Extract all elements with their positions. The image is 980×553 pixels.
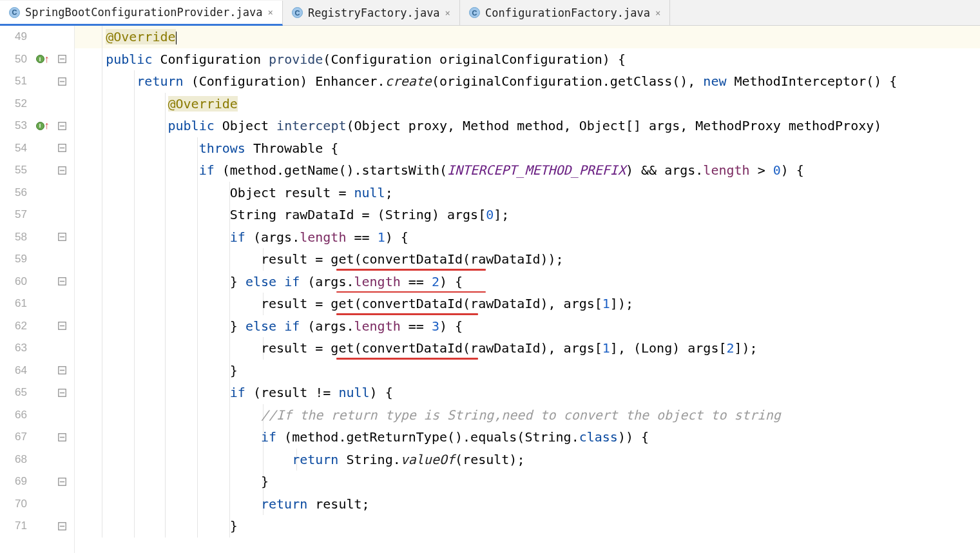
gutter-row[interactable]: 71 xyxy=(0,515,74,538)
token-kw: throws xyxy=(199,141,253,156)
gutter-row[interactable]: 70 xyxy=(0,493,74,516)
implement-icon[interactable]: I xyxy=(36,122,44,130)
editor-tab[interactable]: CConfigurationFactory.java× xyxy=(460,0,670,25)
code-line[interactable]: } else if (args.length == 3) { xyxy=(75,315,980,338)
override-up-icon[interactable]: ↑ xyxy=(44,120,50,131)
gutter-row[interactable]: 56 xyxy=(0,182,74,204)
gutter-row[interactable]: 64 xyxy=(0,360,74,382)
code-line[interactable]: return result; xyxy=(75,493,980,516)
fold-toggle[interactable] xyxy=(54,478,70,486)
fold-toggle[interactable] xyxy=(54,366,70,374)
token-kw: null xyxy=(338,385,369,400)
token-text: ]); xyxy=(610,296,633,311)
gutter-row[interactable]: 53I↑ xyxy=(0,115,74,137)
gutter-row[interactable]: 58 xyxy=(0,226,74,249)
gutter-row[interactable]: 54 xyxy=(0,137,74,160)
fold-toggle[interactable] xyxy=(54,522,70,530)
fold-toggle[interactable] xyxy=(54,277,70,286)
code-line[interactable]: } else if (args.length == 2) { xyxy=(75,271,980,293)
gutter-row[interactable]: 62 xyxy=(0,315,74,338)
gutter-row[interactable]: 52 xyxy=(0,93,74,115)
fold-toggle[interactable] xyxy=(54,322,70,330)
editor-tab[interactable]: CRegistryFactory.java× xyxy=(283,0,460,25)
override-up-icon[interactable]: ↑ xyxy=(44,53,50,65)
gutter-row[interactable]: 69 xyxy=(0,471,74,493)
close-icon[interactable]: × xyxy=(655,8,660,18)
gutter-row[interactable]: 57 xyxy=(0,204,74,226)
token-num: 0 xyxy=(486,207,494,222)
code-line[interactable]: throws Throwable { xyxy=(75,137,980,160)
token-text: (Configuration) Enhancer. xyxy=(191,73,385,89)
code-line[interactable]: public Configuration provide(Configurati… xyxy=(75,48,980,71)
fold-toggle[interactable] xyxy=(54,233,70,241)
code-line[interactable]: result = get(convertDataId(rawDataId), a… xyxy=(75,337,980,360)
code-line[interactable]: return String.valueOf(result); xyxy=(75,449,980,471)
close-icon[interactable]: × xyxy=(267,7,273,17)
code-line[interactable]: String rawDataId = (String) args[0]; xyxy=(75,204,980,226)
fold-toggle[interactable] xyxy=(54,433,70,441)
close-icon[interactable]: × xyxy=(445,8,450,18)
token-text: } xyxy=(230,318,245,334)
code-line[interactable]: if (args.length == 1) { xyxy=(75,226,980,249)
fold-toggle[interactable] xyxy=(54,77,70,86)
gutter-row[interactable]: 59 xyxy=(0,248,74,271)
gutter-row[interactable]: 65 xyxy=(0,382,74,404)
gutter-row[interactable]: 67 xyxy=(0,426,74,449)
line-number: 58 xyxy=(0,231,31,244)
line-number: 66 xyxy=(0,409,31,422)
gutter-row[interactable]: 50I↑ xyxy=(0,48,74,71)
line-number: 71 xyxy=(0,519,31,532)
gutter-row[interactable]: 49 xyxy=(0,26,74,48)
token-text: ], (Long) args[ xyxy=(610,340,727,356)
fold-toggle[interactable] xyxy=(54,166,70,175)
code-line[interactable]: public Object intercept(Object proxy, Me… xyxy=(75,115,980,137)
token-text: } xyxy=(230,518,238,534)
token-num: 2 xyxy=(726,340,734,356)
code-line[interactable]: if (method.getName().startsWith(INTERCEP… xyxy=(75,159,980,182)
gutter-row[interactable]: 61 xyxy=(0,293,74,315)
code-area[interactable]: @Override public Configuration provide(C… xyxy=(75,26,980,553)
token-text: ) { xyxy=(781,162,804,178)
token-text: } xyxy=(230,274,245,289)
code-line[interactable]: result = get(convertDataId(rawDataId), a… xyxy=(75,293,980,315)
gutter-row[interactable]: 55 xyxy=(0,159,74,182)
fold-toggle[interactable] xyxy=(54,389,70,397)
fold-toggle[interactable] xyxy=(54,144,70,152)
code-line[interactable]: if (method.getReturnType().equals(String… xyxy=(75,426,980,449)
fold-toggle[interactable] xyxy=(54,122,70,130)
token-ann: @Override xyxy=(168,96,238,112)
code-line[interactable]: } xyxy=(75,360,980,382)
gutter-row[interactable]: 51 xyxy=(0,70,74,93)
code-line[interactable]: if (result != null) { xyxy=(75,382,980,404)
code-line[interactable]: return (Configuration) Enhancer.create(o… xyxy=(75,70,980,93)
token-num: 1 xyxy=(378,229,385,245)
code-line[interactable]: } xyxy=(75,515,980,538)
line-number: 52 xyxy=(0,97,31,110)
code-line[interactable]: @Override xyxy=(75,93,980,115)
code-line[interactable]: } xyxy=(75,471,980,493)
token-text: Throwable { xyxy=(253,141,338,156)
code-line[interactable]: result = get(convertDataId(rawDataId)); xyxy=(75,248,980,271)
implement-icon[interactable]: I xyxy=(36,55,44,63)
gutter[interactable]: 4950I↑515253I↑54555657585960616263646566… xyxy=(0,26,75,553)
token-kw: if xyxy=(199,162,222,178)
tab-label: SpringBootConfigurationProvider.java xyxy=(25,6,262,19)
editor[interactable]: 4950I↑515253I↑54555657585960616263646566… xyxy=(0,26,980,553)
token-text: (method.getName().startsWith( xyxy=(222,162,447,178)
token-text xyxy=(75,162,199,178)
line-number: 61 xyxy=(0,297,31,310)
gutter-row[interactable]: 63 xyxy=(0,337,74,360)
fold-toggle[interactable] xyxy=(54,55,70,63)
gutter-row[interactable]: 66 xyxy=(0,404,74,427)
token-ann: @Override xyxy=(106,29,175,44)
gutter-row[interactable]: 60 xyxy=(0,271,74,293)
token-text xyxy=(75,73,137,89)
code-line[interactable]: @Override xyxy=(75,26,980,48)
gutter-row[interactable]: 68 xyxy=(0,449,74,471)
code-line[interactable]: //If the return type is String,need to c… xyxy=(75,404,980,427)
line-number: 60 xyxy=(0,275,31,288)
token-text: } xyxy=(230,363,238,378)
editor-tab[interactable]: CSpringBootConfigurationProvider.java× xyxy=(0,1,283,26)
code-line[interactable]: Object result = null; xyxy=(75,182,980,204)
java-class-icon: C xyxy=(9,7,20,18)
